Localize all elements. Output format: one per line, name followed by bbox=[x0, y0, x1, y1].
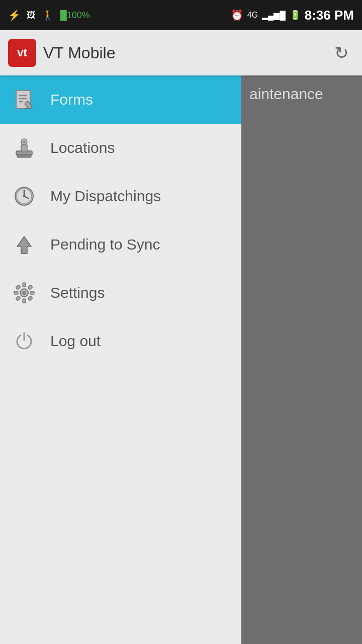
walk-icon: 🚶 bbox=[42, 9, 54, 21]
settings-label: Settings bbox=[50, 284, 105, 301]
status-right-icons: ⏰ 4G ▂▄▆█ 🔋 8:36 PM bbox=[231, 8, 354, 23]
pending-sync-icon bbox=[10, 230, 38, 259]
sidebar: Forms Locations bbox=[0, 75, 241, 644]
svg-rect-26 bbox=[28, 296, 33, 301]
dispatching-label: My Dispatchings bbox=[50, 188, 161, 205]
refresh-button[interactable]: ↻ bbox=[329, 40, 354, 65]
logout-icon bbox=[10, 327, 38, 355]
app-title: VT Mobile bbox=[43, 44, 115, 62]
battery-full-icon: █100% bbox=[60, 10, 90, 21]
svg-rect-25 bbox=[16, 296, 21, 301]
image-icon: 🖼 bbox=[27, 10, 36, 21]
refresh-icon: ↻ bbox=[334, 43, 348, 63]
svg-marker-16 bbox=[17, 236, 31, 254]
signal-icon: ▂▄▆█ bbox=[262, 11, 286, 20]
app-bar-left: vt VT Mobile bbox=[8, 39, 115, 67]
content-area: aintenance bbox=[241, 75, 362, 644]
app-logo: vt bbox=[8, 39, 36, 67]
svg-rect-22 bbox=[30, 291, 34, 294]
status-bar: ⚡ 🖼 🚶 █100% ⏰ 4G ▂▄▆█ 🔋 8:36 PM bbox=[0, 0, 362, 30]
forms-label: Forms bbox=[50, 91, 93, 108]
sidebar-item-pending-sync[interactable]: Pending to Sync bbox=[0, 220, 241, 269]
dispatching-icon bbox=[10, 182, 38, 210]
sidebar-item-dispatching[interactable]: My Dispatchings bbox=[0, 172, 241, 220]
sidebar-item-logout[interactable]: Log out bbox=[0, 317, 241, 365]
svg-rect-20 bbox=[23, 299, 26, 303]
pending-sync-label: Pending to Sync bbox=[50, 236, 160, 253]
svg-rect-8 bbox=[21, 145, 27, 152]
svg-rect-21 bbox=[14, 291, 18, 294]
app-bar: vt VT Mobile ↻ bbox=[0, 30, 362, 75]
network-lte-icon: 4G bbox=[247, 11, 258, 20]
svg-rect-19 bbox=[23, 283, 26, 287]
svg-point-10 bbox=[23, 141, 26, 143]
sidebar-item-settings[interactable]: Settings bbox=[0, 269, 241, 317]
locations-icon bbox=[10, 134, 38, 162]
sidebar-item-locations[interactable]: Locations bbox=[0, 124, 241, 172]
svg-rect-23 bbox=[16, 285, 21, 290]
sidebar-item-forms[interactable]: Forms bbox=[0, 75, 241, 124]
usb-icon: ⚡ bbox=[8, 9, 21, 21]
settings-icon bbox=[10, 279, 38, 307]
status-left-icons: ⚡ 🖼 🚶 █100% bbox=[8, 9, 90, 21]
status-time: 8:36 PM bbox=[305, 8, 354, 23]
svg-rect-24 bbox=[28, 285, 33, 290]
forms-icon bbox=[10, 86, 38, 114]
logout-label: Log out bbox=[50, 333, 101, 350]
svg-rect-7 bbox=[17, 155, 31, 157]
alarm-icon: ⏰ bbox=[231, 9, 243, 21]
battery-icon: 🔋 bbox=[290, 10, 301, 21]
svg-point-18 bbox=[22, 291, 26, 295]
main-layout: Forms Locations bbox=[0, 75, 362, 644]
svg-point-15 bbox=[23, 195, 25, 197]
locations-label: Locations bbox=[50, 139, 115, 156]
content-partial-text: aintenance bbox=[241, 75, 331, 113]
